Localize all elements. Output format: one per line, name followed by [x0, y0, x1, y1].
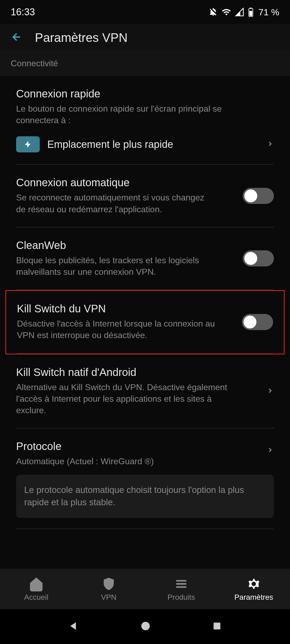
status-bar: 16:33 71 % [0, 0, 290, 24]
arrow-left-icon [11, 31, 23, 43]
status-icons: 71 % [209, 7, 280, 17]
setting-quick-connect[interactable]: Connexion rapide Le bouton de connexion … [16, 76, 274, 165]
nav-label: Produits [168, 593, 195, 602]
battery-icon [248, 7, 254, 17]
setting-title: Protocole [16, 440, 274, 452]
protocol-info-box: Le protocole automatique choisit toujour… [16, 475, 274, 518]
status-time: 16:33 [11, 6, 35, 18]
setting-kill-switch: Kill Switch du VPN Désactive l'accès à I… [17, 291, 273, 353]
wifi-icon [222, 7, 231, 17]
svg-rect-2 [249, 11, 252, 16]
setting-protocol[interactable]: Protocole Automatique (Actuel : WireGuar… [16, 429, 274, 473]
circle-home-icon [140, 620, 151, 632]
bolt-badge [16, 136, 40, 152]
setting-title: Connexion rapide [16, 88, 274, 100]
back-button[interactable] [11, 31, 23, 44]
bottom-nav: Accueil VPN Produits Paramètres [0, 569, 290, 609]
nav-products[interactable]: Produits [145, 569, 218, 609]
sys-recent-button[interactable] [212, 621, 222, 632]
setting-cleanweb: CleanWeb Bloque les publicités, les trac… [16, 228, 274, 290]
notification-off-icon [209, 8, 218, 17]
chevron-right-icon [266, 385, 274, 398]
bolt-icon [24, 139, 32, 150]
chevron-right-icon [266, 138, 274, 151]
nav-label: Accueil [24, 593, 48, 602]
system-nav [0, 609, 290, 644]
setting-desc: Automatique (Actuel : WireGuard ®) [16, 456, 231, 467]
quick-connect-row[interactable]: Emplacement le plus rapide [16, 136, 274, 152]
setting-title: Connexion automatique [16, 177, 274, 189]
gear-icon [246, 576, 261, 591]
square-recent-icon [212, 621, 222, 631]
quick-connect-label: Emplacement le plus rapide [47, 139, 173, 150]
page-title: Paramètres VPN [35, 30, 128, 45]
stack-icon [174, 576, 189, 591]
battery-percentage: 71 % [259, 7, 280, 17]
highlight-kill-switch: Kill Switch du VPN Désactive l'accès à I… [5, 290, 285, 354]
sys-home-button[interactable] [140, 620, 151, 633]
signal-icon [235, 8, 244, 17]
toggle-off [243, 250, 274, 266]
setting-desc: Alternative au Kill Switch du VPN. Désac… [16, 382, 231, 416]
nav-vpn[interactable]: VPN [73, 569, 145, 609]
nav-settings[interactable]: Paramètres [218, 569, 290, 609]
setting-desc: Désactive l'accès à Internet lorsque la … [17, 318, 216, 341]
svg-rect-1 [250, 8, 252, 9]
divider [16, 529, 274, 529]
setting-title: Kill Switch natif d'Android [16, 366, 274, 378]
settings-content: Connexion rapide Le bouton de connexion … [0, 76, 290, 529]
nav-label: Paramètres [234, 593, 273, 602]
auto-connect-toggle[interactable] [243, 188, 274, 204]
triangle-back-icon [68, 620, 79, 632]
toggle-off [242, 314, 273, 330]
cleanweb-toggle[interactable] [243, 250, 274, 266]
setting-title: CleanWeb [16, 239, 274, 251]
chevron-right-icon [266, 444, 274, 457]
setting-desc: Se reconnecte automatiquement si vous ch… [16, 192, 215, 215]
setting-desc: Bloque les publicités, les trackers et l… [16, 255, 215, 278]
setting-title: Kill Switch du VPN [17, 303, 273, 315]
home-icon [29, 576, 44, 591]
setting-auto-connect: Connexion automatique Se reconnecte auto… [16, 165, 274, 227]
setting-desc: Le bouton de connexion rapide sur l'écra… [16, 103, 231, 126]
nav-home[interactable]: Accueil [0, 569, 73, 609]
setting-native-kill-switch[interactable]: Kill Switch natif d'Android Alternative … [16, 354, 274, 429]
shield-icon [102, 576, 115, 591]
kill-switch-toggle[interactable] [242, 314, 273, 330]
svg-point-3 [108, 583, 110, 584]
section-header-connectivity: Connectivité [0, 51, 290, 76]
svg-rect-5 [213, 623, 220, 629]
nav-label: VPN [101, 593, 117, 602]
sys-back-button[interactable] [68, 620, 79, 633]
toggle-off [243, 188, 274, 204]
quick-connect-value: Emplacement le plus rapide [16, 136, 173, 152]
svg-point-4 [141, 622, 150, 630]
app-header: Paramètres VPN [0, 24, 290, 51]
